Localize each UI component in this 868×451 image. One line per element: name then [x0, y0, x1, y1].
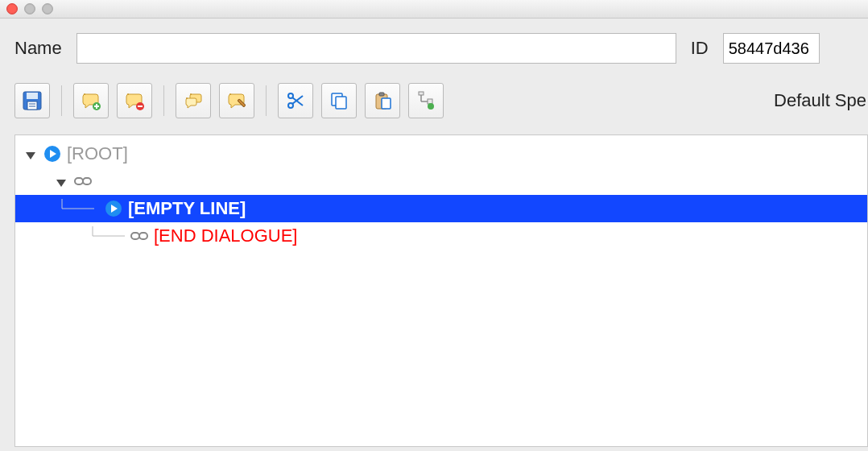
floppy-disk-icon	[22, 90, 43, 111]
tree-branch-icon	[54, 199, 73, 218]
arrow-circle-icon	[104, 199, 123, 218]
copy-icon	[329, 90, 349, 111]
tree-empty-line-label: [EMPTY LINE]	[128, 198, 246, 219]
arrow-circle-icon	[43, 144, 62, 163]
svg-rect-1	[27, 93, 38, 99]
tree-row-end-dialogue[interactable]: [END DIALOGUE]	[15, 222, 867, 250]
svg-rect-22	[419, 92, 424, 95]
svg-rect-16	[336, 97, 346, 109]
tree-branch-icon	[85, 226, 104, 246]
edit-bubble-button[interactable]	[219, 83, 254, 118]
paste-icon	[372, 90, 393, 111]
cut-button[interactable]	[278, 83, 313, 118]
duplicate-bubble-button[interactable]	[176, 83, 211, 118]
svg-line-14	[292, 96, 303, 104]
toolbar-separator	[163, 85, 164, 116]
remove-node-button[interactable]	[117, 83, 152, 118]
tree-row-link[interactable]	[15, 168, 867, 195]
paste-button[interactable]	[365, 83, 400, 118]
header-fields: Name ID	[14, 33, 868, 64]
speech-bubble-plus-icon	[81, 90, 101, 111]
svg-rect-38	[139, 233, 147, 239]
toolbar-separator	[266, 85, 267, 116]
svg-marker-25	[26, 152, 35, 159]
copy-button[interactable]	[321, 83, 357, 118]
svg-rect-23	[428, 99, 432, 104]
svg-line-13	[292, 97, 303, 106]
speech-bubbles-icon	[183, 90, 204, 111]
svg-rect-19	[382, 98, 391, 109]
disclosure-triangle-icon[interactable]	[54, 174, 68, 188]
scissors-icon	[285, 90, 306, 111]
add-node-button[interactable]	[73, 83, 109, 118]
speech-bubble-minus-icon	[124, 90, 145, 111]
window-titlebar	[0, 0, 868, 19]
speech-bubble-pencil-icon	[226, 90, 247, 111]
disclosure-triangle-icon[interactable]	[23, 147, 38, 161]
tree-node-insert-icon	[415, 90, 436, 111]
svg-rect-2	[27, 101, 37, 110]
toolbar: Default Spe	[14, 83, 868, 118]
id-label: ID	[691, 38, 709, 59]
default-speaker-label: Default Spe	[774, 90, 868, 111]
chain-link-icon	[130, 226, 149, 246]
svg-rect-29	[75, 178, 83, 184]
dialogue-tree[interactable]: [ROOT]	[14, 134, 868, 447]
window-zoom-button[interactable]	[42, 3, 53, 14]
save-button[interactable]	[14, 83, 50, 118]
window-minimize-button[interactable]	[24, 3, 35, 14]
window-close-button[interactable]	[6, 3, 18, 14]
svg-rect-30	[83, 178, 91, 184]
tree-root-label: [ROOT]	[67, 143, 128, 164]
svg-marker-28	[56, 180, 66, 187]
chain-link-icon	[73, 172, 93, 191]
tree-end-dialogue-label: [END DIALOGUE]	[154, 226, 297, 246]
insert-node-button[interactable]	[408, 83, 444, 118]
svg-rect-18	[379, 93, 384, 96]
tree-row-root[interactable]: [ROOT]	[15, 140, 867, 168]
name-label: Name	[14, 38, 62, 59]
svg-point-24	[428, 103, 434, 110]
tree-row-empty-line[interactable]: [EMPTY LINE]	[15, 195, 867, 222]
name-input[interactable]	[76, 33, 676, 64]
toolbar-separator	[61, 85, 62, 116]
svg-rect-37	[131, 233, 139, 239]
id-input[interactable]	[723, 33, 820, 64]
